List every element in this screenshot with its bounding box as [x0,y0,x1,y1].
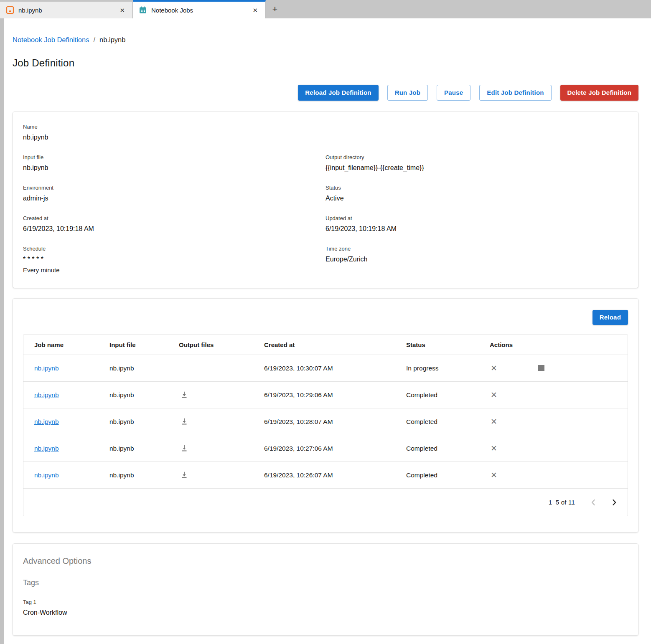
field-label: Output directory [326,154,628,161]
created-at-cell: 6/19/2023, 10:27:06 AM [264,445,406,452]
field-label: Environment [23,184,326,192]
action-buttons: Reload Job Definition Run Job Pause Edit… [13,85,638,101]
input-file-cell: nb.ipynb [109,445,179,452]
field-value: 6/19/2023, 10:19:18 AM [326,224,628,234]
download-output-icon[interactable] [179,389,190,400]
tag-label: Tag 1 [23,598,628,606]
app-window: nb.ipynb ✕ Notebook Jobs ✕ + [0,0,651,644]
field-created-at: Created at 6/19/2023, 10:19:18 AM [23,215,326,234]
field-value: nb.ipynb [23,132,326,142]
stop-job-icon[interactable] [537,364,545,372]
delete-job-icon[interactable]: ✕ [490,470,498,480]
job-name-link[interactable]: nb.ipynb [34,391,59,398]
column-header-job-name: Job name [34,341,109,348]
left-edge-strip [0,18,4,644]
field-label: Schedule [23,245,326,253]
tab-label: nb.ipynb [18,7,114,14]
table-row: nb.ipynb nb.ipynb 6/19/2023, 10:28:07 AM… [23,408,628,435]
add-tab-icon[interactable]: + [266,0,284,18]
field-schedule: Schedule * * * * * Every minute [23,245,326,275]
job-definition-details-card: Name nb.ipynb Input file nb.ipynb Output… [13,112,638,288]
field-value: {{input_filename}}-{{create_time}} [326,163,628,173]
job-name-link[interactable]: nb.ipynb [34,445,59,452]
column-header-actions: Actions [490,341,628,348]
output-files-cell [179,443,264,454]
jobs-table: Job name Input file Output files Created… [23,335,628,516]
tab-nb-ipynb[interactable]: nb.ipynb ✕ [0,2,133,18]
field-value: Active [326,193,628,203]
output-files-cell [179,389,264,401]
calendar-icon [139,6,147,14]
column-header-input-file: Input file [109,341,179,348]
advanced-options-title: Advanced Options [23,556,628,566]
job-runs-card: Reload Job name Input file Output files … [13,298,638,532]
tab-label: Notebook Jobs [151,7,247,14]
input-file-cell: nb.ipynb [109,391,179,399]
jobs-table-header: Job name Input file Output files Created… [23,335,628,355]
input-file-cell: nb.ipynb [109,365,179,372]
output-files-cell [179,416,264,428]
created-at-cell: 6/19/2023, 10:26:07 AM [264,472,406,479]
created-at-cell: 6/19/2023, 10:29:06 AM [264,391,406,399]
created-at-cell: 6/19/2023, 10:28:07 AM [264,418,406,426]
field-output-directory: Output directory {{input_filename}}-{{cr… [326,154,628,173]
next-page-icon[interactable] [608,497,620,508]
tab-notebook-jobs[interactable]: Notebook Jobs ✕ [133,0,266,18]
breadcrumb-current: nb.ipynb [99,36,125,44]
job-name-link[interactable]: nb.ipynb [34,418,59,425]
field-environment: Environment admin-js [23,184,326,203]
breadcrumb-link-job-definitions[interactable]: Notebook Job Definitions [13,36,89,44]
status-cell: Completed [406,418,490,426]
delete-job-definition-button[interactable]: Delete Job Definition [560,85,638,101]
field-value: Europe/Zurich [326,254,628,264]
job-name-link[interactable]: nb.ipynb [34,365,59,372]
column-header-status: Status [406,341,490,348]
field-label: Updated at [326,215,628,222]
table-row: nb.ipynb nb.ipynb 6/19/2023, 10:30:07 AM… [23,355,628,381]
download-output-icon[interactable] [179,469,190,480]
field-spacer [326,123,628,142]
status-cell: Completed [406,472,490,479]
delete-job-icon[interactable]: ✕ [490,363,498,373]
pause-button[interactable]: Pause [437,85,470,101]
field-label: Input file [23,154,326,161]
advanced-options-card: Advanced Options Tags Tag 1 Cron-Workflo… [13,543,638,636]
table-row: nb.ipynb nb.ipynb 6/19/2023, 10:27:06 AM… [23,435,628,461]
column-header-output-files: Output files [179,341,264,348]
reload-job-definition-button[interactable]: Reload Job Definition [298,85,378,101]
breadcrumb: Notebook Job Definitions / nb.ipynb [13,36,638,44]
edit-job-definition-button[interactable]: Edit Job Definition [479,85,551,101]
status-cell: Completed [406,391,490,399]
delete-job-icon[interactable]: ✕ [490,390,498,400]
download-output-icon[interactable] [179,416,190,427]
field-value: * * * * * [23,254,326,264]
field-status: Status Active [326,184,628,203]
delete-job-icon[interactable]: ✕ [490,444,498,453]
breadcrumb-separator: / [93,36,95,44]
download-output-icon[interactable] [179,443,190,454]
pagination-range-label: 1–5 of 11 [549,499,575,506]
tag-value: Cron-Workflow [23,608,628,618]
run-job-button[interactable]: Run Job [387,85,428,101]
close-icon[interactable]: ✕ [251,6,259,14]
status-cell: In progress [406,365,490,372]
page-title: Job Definition [13,57,638,69]
actions-cell: ✕ [490,417,628,426]
previous-page-icon[interactable] [587,497,599,508]
actions-cell: ✕ [490,390,628,400]
delete-job-icon[interactable]: ✕ [490,417,498,426]
field-label: Status [326,184,628,192]
field-updated-at: Updated at 6/19/2023, 10:19:18 AM [326,215,628,234]
reload-jobs-button[interactable]: Reload [593,310,628,325]
main-content: Notebook Job Definitions / nb.ipynb Job … [4,18,651,644]
tab-bar: nb.ipynb ✕ Notebook Jobs ✕ + [0,0,651,18]
field-time-zone: Time zone Europe/Zurich [326,245,628,275]
job-name-link[interactable]: nb.ipynb [34,472,59,479]
input-file-cell: nb.ipynb [109,418,179,426]
tags-section-title: Tags [23,578,628,587]
table-row: nb.ipynb nb.ipynb 6/19/2023, 10:29:06 AM… [23,381,628,408]
actions-cell: ✕ [490,363,628,373]
field-name: Name nb.ipynb [23,123,326,142]
field-value: 6/19/2023, 10:19:18 AM [23,224,326,234]
close-icon[interactable]: ✕ [118,6,127,14]
